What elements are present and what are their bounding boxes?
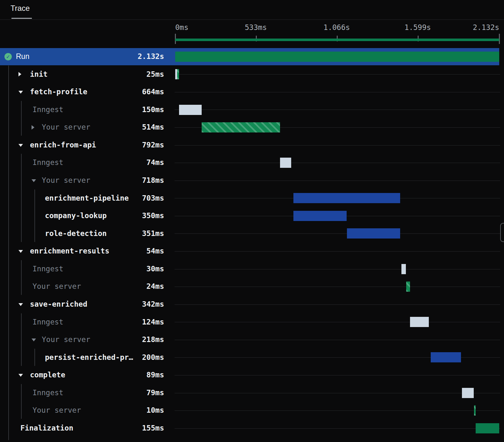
row-inngest[interactable]: Inngest124ms [0, 313, 504, 331]
row-complete[interactable]: complete89ms [0, 366, 504, 384]
run-status-success-icon: ✓ [4, 53, 12, 60]
span-label: Inngest [32, 384, 63, 402]
trace-panel: Trace 0ms533ms1.066s1.599s2.132s ✓Run2.1… [0, 0, 504, 442]
queued-bar[interactable] [280, 158, 291, 168]
server-bar[interactable] [406, 282, 410, 292]
row-enrichment-results[interactable]: enrichment-results54ms [0, 242, 504, 260]
scrollbar-thumb[interactable] [500, 223, 504, 242]
chevron-down-icon[interactable] [18, 374, 23, 377]
row-save-enriched[interactable]: save-enriched342ms [0, 296, 504, 313]
row-track-line [175, 304, 500, 305]
span-duration: 2.132s [94, 48, 164, 66]
span-duration: 218ms [94, 331, 164, 349]
tree-guide-line [21, 101, 22, 136]
row-your-server[interactable]: Your server514ms [0, 118, 504, 136]
trace-rows: ✓Run2.132sinit25msfetch-profile664msInng… [0, 0, 504, 442]
span-duration: 664ms [94, 83, 164, 101]
chevron-down-icon[interactable] [32, 339, 36, 341]
span-duration: 351ms [94, 225, 164, 243]
row-inngest[interactable]: Inngest150ms [0, 101, 504, 119]
row-fetch-profile[interactable]: fetch-profile664ms [0, 83, 504, 101]
run-bar[interactable] [476, 423, 499, 433]
tree-guide-line [34, 189, 35, 242]
tree-guide-line [21, 260, 22, 295]
step-bar[interactable] [347, 228, 400, 239]
chevron-down-icon[interactable] [18, 91, 23, 94]
span-duration: 792ms [94, 136, 164, 154]
server-bar[interactable] [177, 69, 179, 79]
tree-guide-line [21, 313, 22, 366]
row-your-server[interactable]: Your server24ms [0, 278, 504, 296]
span-label: Your server [32, 402, 81, 419]
row-track-line [175, 181, 500, 181]
row-track-line [175, 393, 500, 393]
row-track-line [175, 92, 500, 92]
span-duration: 30ms [94, 260, 164, 278]
span-duration: 25ms [94, 66, 164, 83]
row-track-line [175, 233, 500, 234]
queued-bar[interactable] [462, 388, 474, 398]
span-duration: 74ms [94, 154, 164, 172]
span-label: Your server [42, 118, 90, 136]
row-track-line [175, 340, 500, 340]
row-your-server[interactable]: Your server718ms [0, 172, 504, 189]
row-company-lookup[interactable]: company-lookup350ms [0, 207, 504, 225]
chevron-right-icon[interactable] [32, 125, 34, 130]
span-label: Inngest [32, 260, 63, 278]
row-finalization[interactable]: Finalization155ms [0, 419, 504, 437]
span-duration: 79ms [94, 384, 164, 402]
row-track-line [175, 74, 500, 75]
row-enrich-from-api[interactable]: enrich-from-api792ms [0, 136, 504, 154]
queued-bar[interactable] [179, 105, 202, 115]
queued-bar[interactable] [410, 317, 429, 327]
span-duration: 514ms [94, 118, 164, 136]
row-enrichment-pipeline[interactable]: enrichment-pipeline703ms [0, 189, 504, 207]
run-bar[interactable] [175, 52, 499, 62]
server-bar[interactable] [474, 405, 476, 416]
step-bar[interactable] [431, 352, 461, 362]
row-track-line [175, 322, 500, 322]
span-label: Your server [32, 278, 81, 296]
span-duration: 124ms [94, 313, 164, 331]
row-track-line [175, 375, 500, 375]
span-label: Finalization [20, 419, 73, 437]
span-label: complete [30, 366, 65, 384]
tree-guide-line [34, 349, 35, 366]
chevron-down-icon[interactable] [18, 250, 23, 253]
chevron-down-icon[interactable] [32, 179, 36, 182]
span-duration: 89ms [94, 366, 164, 384]
row-track-line [175, 145, 500, 146]
span-label: save-enriched [30, 296, 87, 313]
row-your-server[interactable]: Your server10ms [0, 402, 504, 419]
span-duration: 718ms [94, 172, 164, 189]
span-label: init [30, 66, 47, 83]
span-duration: 350ms [94, 207, 164, 225]
row-track-line [175, 410, 500, 411]
span-duration: 703ms [94, 189, 164, 207]
row-inngest[interactable]: Inngest30ms [0, 260, 504, 278]
server-bar[interactable] [202, 122, 280, 132]
span-label: enrich-from-api [30, 136, 96, 154]
row-run[interactable]: ✓Run2.132s [0, 48, 504, 66]
row-inngest[interactable]: Inngest79ms [0, 384, 504, 402]
span-duration: 150ms [94, 101, 164, 119]
row-init[interactable]: init25ms [0, 66, 504, 83]
row-role-detection[interactable]: role-detection351ms [0, 225, 504, 243]
row-persist-enriched-pr[interactable]: persist-enriched-pr…200ms [0, 349, 504, 367]
step-bar[interactable] [293, 193, 400, 203]
row-your-server[interactable]: Your server218ms [0, 331, 504, 349]
span-duration: 10ms [94, 402, 164, 419]
span-duration: 200ms [94, 349, 164, 367]
span-duration: 24ms [94, 278, 164, 296]
span-label: fetch-profile [30, 83, 87, 101]
row-track-line [175, 428, 500, 429]
row-inngest[interactable]: Inngest74ms [0, 154, 504, 172]
row-track-line [175, 269, 500, 269]
chevron-down-icon[interactable] [18, 144, 23, 147]
chevron-down-icon[interactable] [18, 303, 23, 306]
queued-bar[interactable] [401, 264, 406, 274]
span-label: Your server [42, 172, 90, 189]
chevron-right-icon[interactable] [18, 72, 21, 76]
step-bar[interactable] [293, 211, 347, 221]
tree-guide-line [8, 66, 9, 440]
